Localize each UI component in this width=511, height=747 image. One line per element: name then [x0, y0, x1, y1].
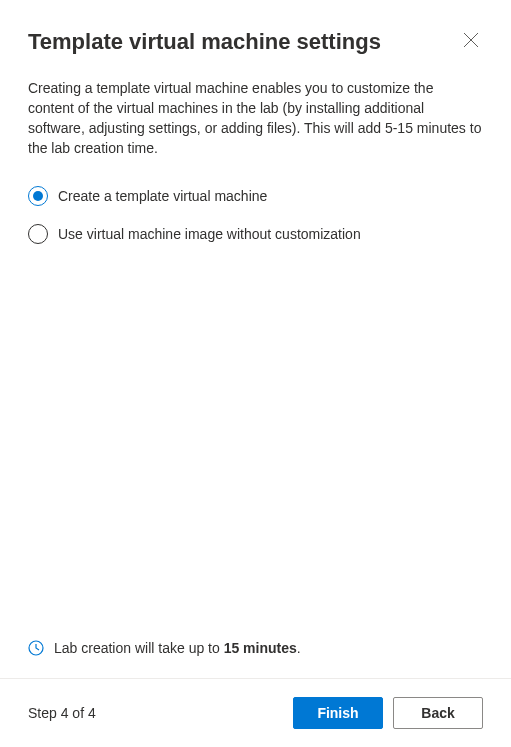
- footer-buttons: Finish Back: [293, 697, 483, 729]
- close-button[interactable]: [459, 28, 483, 55]
- radio-use-image[interactable]: Use virtual machine image without custom…: [28, 224, 483, 244]
- radio-icon: [28, 186, 48, 206]
- page-title: Template virtual machine settings: [28, 28, 381, 56]
- radio-label: Create a template virtual machine: [58, 188, 267, 204]
- radio-icon: [28, 224, 48, 244]
- finish-button[interactable]: Finish: [293, 697, 383, 729]
- clock-icon: [28, 640, 44, 656]
- back-button[interactable]: Back: [393, 697, 483, 729]
- info-text: Lab creation will take up to 15 minutes.: [54, 640, 301, 656]
- footer: Step 4 of 4 Finish Back: [0, 678, 511, 747]
- template-radio-group: Create a template virtual machine Use vi…: [28, 186, 483, 262]
- radio-create-template[interactable]: Create a template virtual machine: [28, 186, 483, 206]
- step-label: Step 4 of 4: [28, 705, 96, 721]
- info-row: Lab creation will take up to 15 minutes.: [28, 640, 483, 678]
- description-text: Creating a template virtual machine enab…: [28, 78, 483, 158]
- close-icon: [463, 32, 479, 51]
- radio-label: Use virtual machine image without custom…: [58, 226, 361, 242]
